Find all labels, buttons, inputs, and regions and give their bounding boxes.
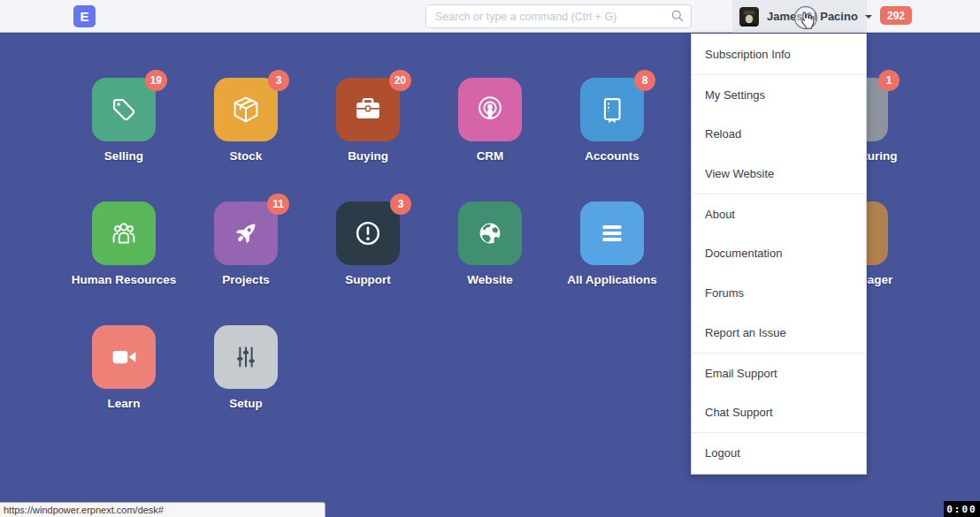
app-label: Setup [171, 397, 321, 410]
app-tile[interactable]: 20 [336, 78, 400, 141]
link-preview-statusbar: https://windpower.erpnext.com/desk# [0, 502, 325, 517]
user-menu-item[interactable]: Email Support [692, 353, 866, 392]
user-menu-item[interactable]: Logout [692, 432, 866, 472]
app-tile[interactable] [458, 201, 522, 265]
app-label: Accounts [537, 149, 687, 163]
erpnext-desk: E James Al Pacino [0, 0, 980, 517]
video-camera-icon [107, 340, 141, 374]
user-menu-item[interactable]: My Settings [692, 74, 866, 114]
search-input[interactable] [425, 4, 692, 28]
app-badge: 11 [267, 194, 289, 215]
globe-icon [473, 217, 507, 250]
user-menu-item[interactable]: Forums [692, 273, 866, 313]
user-menu-item[interactable]: Subscription Info [692, 34, 866, 74]
search-icon [670, 9, 685, 23]
app-badge: 20 [389, 70, 411, 91]
user-menu-item[interactable]: Reload [692, 114, 866, 154]
app-tile[interactable] [214, 325, 278, 389]
app-tile[interactable]: 19 [92, 78, 156, 141]
user-menu-toggle[interactable]: James Al Pacino [732, 0, 867, 33]
app-tile[interactable] [580, 201, 644, 265]
user-avatar [739, 7, 759, 27]
app-badge: 3 [268, 70, 289, 91]
tag-icon [107, 93, 141, 126]
navbar: E James Al Pacino [0, 0, 980, 33]
app-tile[interactable]: 8 [580, 78, 644, 141]
app-logo-letter: E [80, 9, 88, 24]
app-logo-button[interactable]: E [73, 5, 96, 27]
briefcase-icon [351, 93, 385, 126]
app-label: All Applications [537, 273, 687, 286]
box-icon [229, 93, 263, 126]
sliders-icon [229, 340, 263, 374]
app-tile[interactable] [92, 325, 156, 389]
user-menu-item[interactable]: About [692, 194, 866, 233]
menu-bars-icon [595, 217, 629, 250]
app-tile[interactable]: 11 [214, 201, 278, 265]
user-menu-item[interactable]: Report an Issue [692, 313, 866, 353]
user-menu-item[interactable]: View Website [692, 154, 866, 194]
notification-count-badge[interactable]: 292 [880, 6, 912, 25]
app-tile[interactable]: 3 [214, 78, 278, 141]
people-icon [107, 217, 141, 250]
chevron-down-icon [865, 15, 872, 19]
app-badge: 1 [878, 70, 900, 91]
global-search [425, 4, 692, 28]
user-menu-item[interactable]: Documentation [692, 233, 866, 273]
ledger-icon [595, 93, 629, 126]
app-badge: 19 [145, 70, 167, 91]
app-tile[interactable]: 3 [336, 201, 400, 265]
alert-circle-icon [351, 217, 385, 250]
user-menu-item[interactable]: Chat Support [692, 392, 866, 432]
user-dropdown-menu: Subscription InfoMy SettingsReloadView W… [691, 34, 867, 475]
app-tile[interactable] [458, 78, 522, 141]
podcast-icon [473, 93, 507, 126]
app-badge: 3 [390, 194, 411, 215]
recording-timer: 0:00 [944, 501, 980, 517]
user-name: James Al Pacino [767, 10, 858, 23]
app-tile[interactable] [92, 201, 156, 265]
app-badge: 8 [634, 70, 655, 91]
rocket-icon [229, 217, 263, 250]
